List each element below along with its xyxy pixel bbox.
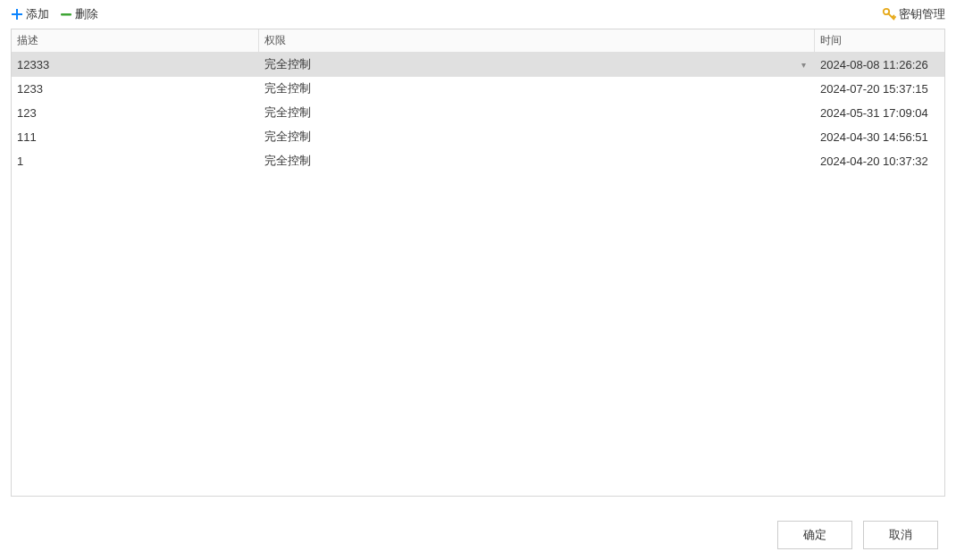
permission-text: 完全控制 [264, 104, 311, 121]
cell-time: 2024-08-08 11:26:26 [815, 53, 944, 76]
table-row[interactable]: 111完全控制2024-04-30 14:56:51 [12, 125, 944, 149]
footer: 确定 取消 [759, 510, 956, 560]
table-header: 描述 权限 时间 [12, 29, 944, 53]
cell-time: 2024-04-30 14:56:51 [815, 125, 944, 148]
key-management-button[interactable]: 密钥管理 [882, 6, 945, 22]
cell-permission: 完全控制 [259, 125, 815, 148]
permission-text: 完全控制 [264, 153, 311, 169]
chevron-down-icon[interactable]: ▾ [801, 60, 806, 70]
delete-button[interactable]: 删除 [60, 6, 98, 22]
cell-permission: 完全控制 [259, 101, 815, 124]
cell-description: 123 [12, 101, 259, 124]
cell-time: 2024-07-20 15:37:15 [815, 77, 944, 100]
header-description[interactable]: 描述 [12, 29, 259, 52]
cell-description: 1233 [12, 77, 259, 100]
svg-rect-0 [61, 13, 71, 16]
add-label: 添加 [26, 6, 49, 22]
add-button[interactable]: 添加 [11, 6, 49, 22]
cell-description: 1 [12, 149, 259, 172]
permission-text: 完全控制 [264, 56, 311, 72]
table-body: 12333完全控制▾2024-08-08 11:26:261233完全控制202… [12, 53, 944, 173]
permission-text: 完全控制 [264, 80, 311, 96]
permission-text: 完全控制 [264, 129, 311, 145]
key-icon [882, 7, 896, 21]
table-row[interactable]: 1233完全控制2024-07-20 15:37:15 [12, 77, 944, 101]
cell-permission: 完全控制 [259, 149, 815, 172]
minus-icon [60, 8, 72, 21]
plus-icon [11, 8, 23, 21]
table-row[interactable]: 12333完全控制▾2024-08-08 11:26:26 [12, 53, 944, 77]
ok-button[interactable]: 确定 [777, 521, 852, 549]
cell-time: 2024-05-31 17:09:04 [815, 101, 944, 124]
toolbar-right: 密钥管理 [882, 6, 945, 22]
key-management-label: 密钥管理 [899, 6, 945, 22]
cell-description: 111 [12, 125, 259, 148]
cell-description: 12333 [12, 53, 259, 76]
toolbar-left: 添加 删除 [11, 6, 98, 22]
table-row[interactable]: 123完全控制2024-05-31 17:09:04 [12, 101, 944, 125]
header-permission[interactable]: 权限 [259, 29, 815, 52]
table-row[interactable]: 1完全控制2024-04-20 10:37:32 [12, 149, 944, 173]
cancel-button[interactable]: 取消 [863, 521, 938, 549]
cell-permission: 完全控制 [259, 77, 815, 100]
delete-label: 删除 [75, 6, 98, 22]
table-container: 描述 权限 时间 12333完全控制▾2024-08-08 11:26:2612… [11, 29, 945, 497]
cell-time: 2024-04-20 10:37:32 [815, 149, 944, 172]
toolbar: 添加 删除 密钥管理 [0, 0, 956, 29]
header-time[interactable]: 时间 [815, 29, 944, 52]
cell-permission[interactable]: 完全控制▾ [259, 53, 815, 76]
